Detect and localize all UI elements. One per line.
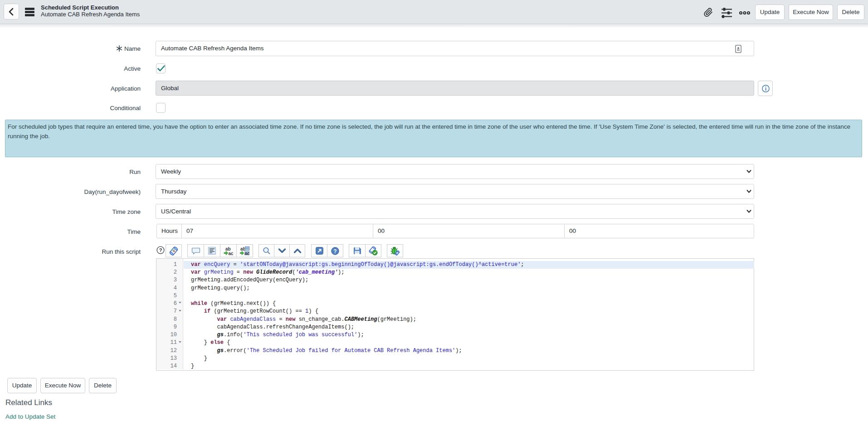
svg-text:ac: ac bbox=[229, 251, 234, 256]
svg-text:ac: ac bbox=[245, 251, 250, 256]
svg-text:?: ? bbox=[333, 248, 336, 254]
svg-text:?: ? bbox=[159, 247, 162, 253]
